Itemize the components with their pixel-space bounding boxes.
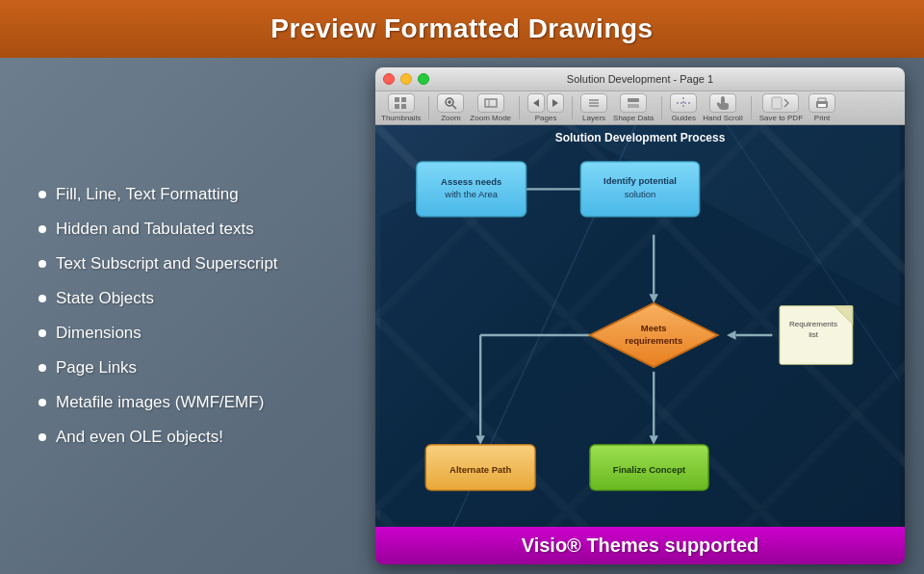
mac-titlebar: Solution Development - Page 1 [375,67,905,91]
toolbar-zoommode-btn[interactable] [477,93,504,113]
bullet-dot [38,364,46,372]
toolbar-pages-label: Pages [535,114,557,122]
bullet-dot [38,433,46,441]
bullet-dot [38,295,46,302]
list-item: Page Links [38,352,346,383]
list-item-label: State Objects [56,289,154,308]
svg-text:with the Area: with the Area [444,189,498,199]
svg-rect-0 [395,97,399,102]
diagram-title: Solution Development Process [375,125,905,148]
toolbar-thumbnails-label: Thumbnails [381,114,421,122]
list-item: Hidden and Tabulated texts [38,214,346,245]
bullet-dot [38,191,46,198]
svg-rect-15 [628,98,639,102]
slide-header: Preview Formatted Drawings [0,0,924,58]
flowchart-svg: Assess needs with the Area Identify pote… [375,125,905,527]
list-item-label: Fill, Line, Text Formatting [56,185,239,204]
toolbar-group-zoommode: Zoom Mode [470,93,511,122]
toolbar-handscroll-label: Hand Scroll [703,114,742,122]
toolbar-zoom-btn[interactable] [437,93,464,113]
svg-text:Alternate Path: Alternate Path [449,464,511,475]
svg-text:Requirements: Requirements [789,320,837,328]
toolbar-print-btn[interactable] [808,93,835,113]
toolbar-separator [428,96,429,119]
toolbar-group-guides: Guides [670,93,697,122]
list-item: State Objects [38,283,346,314]
list-item: Fill, Line, Text Formatting [38,179,346,210]
bullet-dot [38,225,46,233]
svg-line-5 [452,105,456,109]
svg-text:Identify potential: Identify potential [603,175,677,186]
mac-maximize-button[interactable] [418,73,429,85]
toolbar-group-layers: Layers [580,93,607,122]
toolbar-group-pages: Pages [527,93,564,122]
slide-title: Preview Formatted Drawings [0,13,924,44]
svg-text:Meets: Meets [641,323,667,333]
mac-window: Solution Development - Page 1 Thumbnails [375,67,905,564]
svg-text:Assess needs: Assess needs [441,176,501,187]
svg-marker-11 [552,99,558,107]
toolbar-pages-prev-btn[interactable] [527,93,545,113]
svg-rect-21 [818,104,826,107]
mac-close-button[interactable] [383,73,395,85]
toolbar-zoommode-label: Zoom Mode [470,114,511,122]
toolbar-print-label: Print [814,114,830,122]
list-item-label: Dimensions [56,324,141,343]
toolbar-layers-btn[interactable] [580,93,607,113]
toolbar-savetopdf-btn[interactable] [762,93,799,113]
svg-rect-8 [485,99,497,107]
list-item-label: Metafile images (WMF/EMF) [56,393,264,412]
list-item-label: Hidden and Tabulated texts [56,220,254,239]
svg-rect-1 [401,97,406,102]
svg-marker-10 [533,99,539,107]
list-item: Metafile images (WMF/EMF) [38,387,346,418]
toolbar-group-savetopdf: Save to PDF [759,93,803,122]
toolbar-separator [572,96,573,119]
toolbar-separator [661,96,662,119]
mac-minimize-button[interactable] [400,73,412,85]
svg-rect-3 [401,104,406,109]
bullet-dot [38,260,46,268]
list-item: And even OLE objects! [38,422,346,453]
toolbar-guides-btn[interactable] [670,93,697,113]
svg-text:requirements: requirements [625,335,682,346]
slide-container: Preview Formatted Drawings Fill, Line, T… [0,0,924,574]
toolbar-group-shapedata: Shape Data [613,93,654,122]
list-item-label: Text Subscript and Superscript [56,254,278,274]
diagram-area: Solution Development Process [375,125,905,527]
svg-rect-2 [395,104,399,109]
list-item-label: And even OLE objects! [56,428,223,447]
list-item: Text Subscript and Superscript [38,248,346,279]
toolbar-shapedata-btn[interactable] [620,93,647,113]
toolbar-group-print: Print [808,93,835,122]
bullet-list: Fill, Line, Text Formatting Hidden and T… [29,67,356,564]
toolbar-thumbnails-btn[interactable] [388,93,415,113]
svg-text:Finalize Concept: Finalize Concept [613,464,686,475]
toolbar-group-handscroll: Hand Scroll [703,93,742,122]
toolbar-guides-label: Guides [672,114,696,122]
bullet-dot [38,399,46,406]
toolbar-zoom-label: Zoom [441,114,460,122]
main-content: Fill, Line, Text Formatting Hidden and T… [0,58,924,574]
window-panel: Solution Development - Page 1 Thumbnails [375,67,905,564]
toolbar-layers-label: Layers [582,114,605,122]
bottom-banner: Visio® Themes supported [375,527,905,564]
list-item-label: Page Links [56,358,137,378]
toolbar-separator [751,96,752,119]
toolbar-savetopdf-label: Save to PDF [759,114,803,122]
toolbar-handscroll-btn[interactable] [709,93,736,113]
svg-text:list: list [808,330,819,339]
toolbar-group-thumbnails: Thumbnails [381,93,421,122]
bullet-dot [38,329,46,337]
toolbar-shapedata-label: Shape Data [613,114,654,122]
list-item: Dimensions [38,318,346,349]
mac-window-title: Solution Development - Page 1 [567,73,713,85]
toolbar-group-zoom: Zoom [437,93,464,122]
mac-toolbar: Thumbnails Zoom Zoom Mode [375,91,905,125]
svg-text:solution: solution [625,189,656,199]
bottom-banner-text: Visio® Themes supported [522,535,759,556]
svg-rect-19 [772,97,782,109]
toolbar-separator [519,96,520,119]
svg-rect-16 [628,104,639,108]
toolbar-pages-next-btn[interactable] [547,93,564,113]
